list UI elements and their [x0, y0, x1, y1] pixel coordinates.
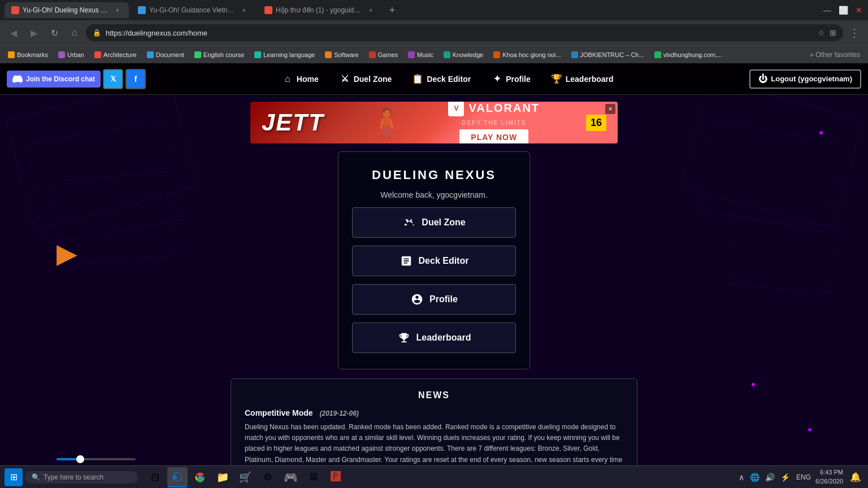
bookmark-job[interactable]: JOBKIENTRUC – Ch...: [568, 50, 648, 59]
ad-banner: JETT 🧍 V VALORANT DEFY THE LIMITS PLAY N…: [250, 102, 618, 143]
tab-2[interactable]: Yu-Gi-Oh! Guidance Vietnam -... ×: [131, 2, 255, 18]
profile-button[interactable]: Profile: [352, 284, 516, 315]
tab-close-3[interactable]: ×: [366, 6, 375, 15]
news-item-date: (2019-12-06): [319, 409, 358, 417]
extensions-icon[interactable]: ⊞: [830, 28, 836, 37]
taskbar-search[interactable]: 🔍 Type here to search: [25, 471, 138, 483]
taskbar-notification-icon[interactable]: 🔔: [848, 470, 863, 483]
reload-button[interactable]: ↻: [45, 24, 63, 42]
bookmark-games[interactable]: Games: [366, 50, 401, 59]
bookmark-icon-vlxd: [654, 51, 661, 58]
ad-play-button[interactable]: PLAY NOW: [459, 129, 528, 144]
logout-label: Logout (ygocgvietnam): [771, 75, 852, 83]
taskbar-app-task-view[interactable]: ⊡: [145, 467, 165, 487]
taskbar-clock[interactable]: 6:43 PM 6/26/2020: [815, 468, 843, 486]
deck-editor-nav-link[interactable]: 📋 Deck Editor: [403, 70, 480, 88]
address-bar[interactable]: 🔒 https://duelingnexus.com/home ☆ ⊞: [86, 24, 843, 41]
home-icon: ⌂: [282, 73, 293, 85]
main-content-area: ▶ JETT 🧍 V VALORANT DEFY THE LIMITS: [0, 95, 868, 488]
duel-zone-btn-label: Duel Zone: [422, 217, 465, 228]
bookmark-bookmarks[interactable]: Bookmarks: [5, 50, 51, 59]
bookmark-label-eng: English course: [203, 51, 244, 58]
taskbar-expand-icon[interactable]: ∧: [737, 472, 746, 483]
logout-button[interactable]: ⏻ Logout (ygocgvietnam): [749, 69, 861, 89]
duel-zone-button[interactable]: Duel Zone: [352, 207, 516, 238]
taskbar-volume-sys-icon[interactable]: 🔊: [763, 472, 776, 483]
profile-btn-icon: [410, 293, 424, 306]
profile-icon-svg: [411, 293, 423, 306]
taskbar-network-icon[interactable]: 🌐: [748, 472, 761, 483]
deck-editor-button[interactable]: Deck Editor: [352, 246, 516, 276]
bookmark-icon-arch: [94, 51, 101, 58]
twitter-button[interactable]: 𝕏: [103, 69, 123, 89]
twitter-icon: 𝕏: [110, 75, 116, 83]
facebook-button[interactable]: f: [125, 69, 146, 89]
bookmark-document[interactable]: Document: [144, 50, 188, 59]
tab-3[interactable]: Hộp thư đến (1) - ygoguidanc... ×: [258, 2, 382, 18]
volume-thumb: [76, 455, 84, 463]
bookmark-icon-job: [571, 51, 578, 58]
back-button[interactable]: ◀: [5, 24, 23, 42]
ad-right-section: V VALORANT DEFY THE LIMITS PLAY NOW: [448, 102, 540, 143]
bookmark-software[interactable]: Software: [322, 50, 362, 59]
tab-favicon-3: [264, 6, 272, 14]
duel-zone-nav-link[interactable]: ⚔ Duel Zone: [330, 70, 401, 88]
site-nav-left: Join the Discord chat 𝕏 f: [7, 69, 146, 89]
power-icon: ⏻: [758, 74, 767, 84]
taskbar-app-purple[interactable]: 🎮: [280, 467, 301, 487]
ad-tagline: DEFY THE LIMITS: [462, 120, 526, 126]
bookmark-english[interactable]: English course: [191, 50, 248, 59]
deck-editor-btn-icon: [400, 254, 413, 268]
bookmark-learning[interactable]: Learning language: [251, 50, 318, 59]
maximize-button[interactable]: ⬜: [839, 6, 848, 15]
home-button[interactable]: ⌂: [66, 24, 84, 42]
bookmark-star-icon[interactable]: ☆: [818, 28, 825, 37]
taskbar-app-settings[interactable]: ⚙: [258, 467, 278, 487]
bookmarks-more[interactable]: » Other favorites: [806, 50, 863, 60]
taskbar-app-powerpoint[interactable]: 🅿: [326, 467, 346, 487]
minimize-button[interactable]: —: [823, 6, 832, 15]
bookmark-architecture[interactable]: Architecture: [91, 50, 140, 59]
taskbar-app-monitor[interactable]: 🖥: [303, 467, 323, 487]
ad-close-button[interactable]: ×: [605, 104, 615, 114]
facebook-icon: f: [134, 75, 137, 84]
deck-editor-icon: 📋: [412, 73, 423, 85]
taskbar-battery-icon[interactable]: ⚡: [779, 472, 792, 483]
new-tab-button[interactable]: +: [384, 2, 400, 18]
ad-logo-area: V VALORANT: [448, 102, 540, 116]
leaderboard-button[interactable]: Leaderboard: [352, 323, 516, 353]
news-section-title: NEWS: [245, 390, 623, 400]
bookmark-knowledge[interactable]: Knowledge: [440, 50, 487, 59]
discord-button[interactable]: Join the Discord chat: [7, 71, 101, 88]
home-nav-link[interactable]: ⌂ Home: [273, 70, 328, 88]
tab-title-1: Yu-Gi-Oh! Dueling Nexus - Free...: [23, 6, 110, 14]
leaderboard-nav-link[interactable]: 🏆 Leaderboard: [542, 70, 623, 88]
start-button[interactable]: ⊞: [5, 468, 23, 486]
bookmarks-bar: Bookmarks Urban Architecture Document En…: [0, 45, 868, 63]
news-item-heading: Competitive Mode: [245, 408, 313, 417]
tab-close-2[interactable]: ×: [240, 6, 249, 15]
forward-button[interactable]: ▶: [25, 24, 43, 42]
close-button[interactable]: ✕: [854, 6, 863, 15]
card-title: DUELING NEXUS: [372, 168, 496, 182]
bookmark-icon-urban: [58, 51, 65, 58]
bookmark-icon-learn: [254, 51, 261, 58]
bookmark-khoa[interactable]: Khoa hoc giong noi...: [490, 50, 564, 59]
volume-slider[interactable]: [57, 458, 136, 460]
taskbar-app-chrome[interactable]: [190, 467, 210, 487]
tab-close-1[interactable]: ×: [113, 6, 122, 15]
profile-btn-label: Profile: [429, 294, 458, 304]
ad-left-section: JETT: [262, 109, 324, 136]
extensions-button[interactable]: ⋮: [845, 24, 863, 42]
bookmark-music[interactable]: Music: [405, 50, 437, 59]
taskbar-app-store[interactable]: 🛒: [235, 467, 255, 487]
taskbar-date: 6/26/2020: [815, 477, 843, 486]
taskbar-app-explorer[interactable]: 📁: [212, 467, 233, 487]
taskbar-app-edge[interactable]: [167, 467, 188, 487]
bookmark-urban[interactable]: Urban: [55, 50, 88, 59]
profile-nav-link[interactable]: ✦ Profile: [482, 70, 540, 88]
tab-active[interactable]: Yu-Gi-Oh! Dueling Nexus - Free... ×: [5, 2, 129, 18]
bookmark-vlxd[interactable]: vlxdhunghung.com,...: [651, 50, 726, 59]
duel-zone-nav-label: Duel Zone: [354, 75, 392, 84]
bookmark-icon-eng: [194, 51, 201, 58]
